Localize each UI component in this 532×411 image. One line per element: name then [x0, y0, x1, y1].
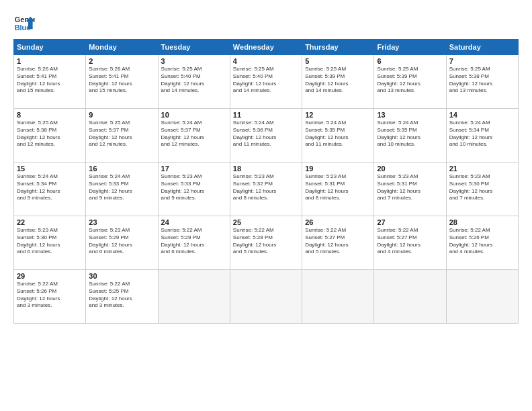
day-number: 6 — [377, 57, 443, 65]
calendar-header-row: Sunday Monday Tuesday Wednesday Thursday… — [14, 40, 519, 55]
day-number: 15 — [17, 165, 83, 173]
day-info: Sunrise: 5:24 AMSunset: 5:35 PMDaylight:… — [305, 120, 371, 148]
day-info: Sunrise: 5:23 AMSunset: 5:29 PMDaylight:… — [89, 227, 154, 256]
header-thursday: Thursday — [302, 40, 374, 55]
calendar-cell: 13Sunrise: 5:24 AMSunset: 5:35 PMDayligh… — [374, 109, 446, 163]
day-info: Sunrise: 5:24 AMSunset: 5:35 PMDaylight:… — [377, 120, 443, 148]
day-number: 14 — [449, 111, 515, 119]
day-number: 25 — [233, 218, 299, 226]
calendar-cell: 28Sunrise: 5:22 AMSunset: 5:26 PMDayligh… — [446, 216, 518, 270]
day-info: Sunrise: 5:22 AMSunset: 5:27 PMDaylight:… — [377, 227, 443, 256]
day-info: Sunrise: 5:22 AMSunset: 5:29 PMDaylight:… — [161, 227, 227, 256]
day-info: Sunrise: 5:22 AMSunset: 5:25 PMDaylight:… — [89, 281, 154, 310]
header-sunday: Sunday — [14, 40, 86, 55]
calendar-cell: 21Sunrise: 5:23 AMSunset: 5:30 PMDayligh… — [446, 163, 518, 216]
day-number: 5 — [305, 57, 371, 65]
day-number: 2 — [89, 57, 154, 65]
header-tuesday: Tuesday — [158, 40, 230, 55]
day-info: Sunrise: 5:23 AMSunset: 5:31 PMDaylight:… — [305, 173, 371, 202]
header-friday: Friday — [374, 40, 446, 55]
calendar-row: 1Sunrise: 5:26 AMSunset: 5:41 PMDaylight… — [14, 55, 519, 109]
calendar-cell: 24Sunrise: 5:22 AMSunset: 5:29 PMDayligh… — [158, 216, 230, 270]
calendar-cell: 11Sunrise: 5:24 AMSunset: 5:36 PMDayligh… — [230, 109, 302, 163]
day-number: 19 — [305, 165, 371, 173]
calendar-cell: 17Sunrise: 5:23 AMSunset: 5:33 PMDayligh… — [158, 163, 230, 216]
day-info: Sunrise: 5:23 AMSunset: 5:33 PMDaylight:… — [161, 173, 227, 202]
day-info: Sunrise: 5:25 AMSunset: 5:38 PMDaylight:… — [449, 66, 515, 95]
day-number: 1 — [17, 57, 83, 65]
day-number: 12 — [305, 111, 371, 119]
logo-icon: General Blue — [13, 12, 35, 34]
day-number: 13 — [377, 111, 443, 119]
calendar-cell: 12Sunrise: 5:24 AMSunset: 5:35 PMDayligh… — [302, 109, 374, 163]
calendar-cell: 6Sunrise: 5:25 AMSunset: 5:39 PMDaylight… — [374, 55, 446, 109]
day-info: Sunrise: 5:22 AMSunset: 5:27 PMDaylight:… — [305, 227, 371, 256]
calendar-cell: 25Sunrise: 5:22 AMSunset: 5:28 PMDayligh… — [230, 216, 302, 270]
calendar-table: Sunday Monday Tuesday Wednesday Thursday… — [13, 39, 519, 324]
day-number: 21 — [449, 165, 515, 173]
header-monday: Monday — [86, 40, 158, 55]
header-saturday: Saturday — [446, 40, 518, 55]
calendar-cell: 5Sunrise: 5:25 AMSunset: 5:39 PMDaylight… — [302, 55, 374, 109]
day-info: Sunrise: 5:25 AMSunset: 5:40 PMDaylight:… — [233, 66, 299, 95]
day-number: 16 — [89, 165, 154, 173]
day-number: 18 — [233, 165, 299, 173]
day-number: 23 — [89, 218, 154, 226]
calendar-cell: 20Sunrise: 5:23 AMSunset: 5:31 PMDayligh… — [374, 163, 446, 216]
calendar-row: 29Sunrise: 5:22 AMSunset: 5:26 PMDayligh… — [14, 270, 519, 324]
calendar-page: General Blue Sunday Monday Tuesday Wedne… — [0, 0, 532, 411]
day-info: Sunrise: 5:23 AMSunset: 5:31 PMDaylight:… — [377, 173, 443, 202]
calendar-cell: 15Sunrise: 5:24 AMSunset: 5:34 PMDayligh… — [14, 163, 86, 216]
calendar-cell: 7Sunrise: 5:25 AMSunset: 5:38 PMDaylight… — [446, 55, 518, 109]
calendar-cell — [302, 270, 374, 324]
day-number: 7 — [449, 57, 515, 65]
calendar-cell: 2Sunrise: 5:26 AMSunset: 5:41 PMDaylight… — [86, 55, 158, 109]
day-number: 26 — [305, 218, 371, 226]
day-info: Sunrise: 5:24 AMSunset: 5:34 PMDaylight:… — [17, 173, 83, 202]
calendar-cell: 23Sunrise: 5:23 AMSunset: 5:29 PMDayligh… — [86, 216, 158, 270]
calendar-cell: 9Sunrise: 5:25 AMSunset: 5:37 PMDaylight… — [86, 109, 158, 163]
calendar-cell — [158, 270, 230, 324]
day-number: 8 — [17, 111, 83, 119]
calendar-cell: 26Sunrise: 5:22 AMSunset: 5:27 PMDayligh… — [302, 216, 374, 270]
day-info: Sunrise: 5:25 AMSunset: 5:39 PMDaylight:… — [305, 66, 371, 95]
header: General Blue — [13, 12, 519, 34]
calendar-cell — [374, 270, 446, 324]
day-number: 22 — [17, 218, 83, 226]
calendar-row: 8Sunrise: 5:25 AMSunset: 5:38 PMDaylight… — [14, 109, 519, 163]
calendar-cell: 14Sunrise: 5:24 AMSunset: 5:34 PMDayligh… — [446, 109, 518, 163]
calendar-cell — [446, 270, 518, 324]
day-info: Sunrise: 5:22 AMSunset: 5:26 PMDaylight:… — [449, 227, 515, 256]
calendar-row: 22Sunrise: 5:23 AMSunset: 5:30 PMDayligh… — [14, 216, 519, 270]
day-info: Sunrise: 5:26 AMSunset: 5:41 PMDaylight:… — [89, 66, 154, 95]
day-info: Sunrise: 5:24 AMSunset: 5:36 PMDaylight:… — [233, 120, 299, 148]
day-number: 27 — [377, 218, 443, 226]
day-info: Sunrise: 5:25 AMSunset: 5:37 PMDaylight:… — [89, 120, 154, 148]
calendar-row: 15Sunrise: 5:24 AMSunset: 5:34 PMDayligh… — [14, 163, 519, 216]
day-info: Sunrise: 5:24 AMSunset: 5:33 PMDaylight:… — [89, 173, 154, 202]
day-info: Sunrise: 5:25 AMSunset: 5:39 PMDaylight:… — [377, 66, 443, 95]
calendar-cell: 8Sunrise: 5:25 AMSunset: 5:38 PMDaylight… — [14, 109, 86, 163]
calendar-cell — [230, 270, 302, 324]
day-info: Sunrise: 5:23 AMSunset: 5:30 PMDaylight:… — [17, 227, 83, 256]
day-info: Sunrise: 5:23 AMSunset: 5:30 PMDaylight:… — [449, 173, 515, 202]
calendar-cell: 1Sunrise: 5:26 AMSunset: 5:41 PMDaylight… — [14, 55, 86, 109]
day-number: 4 — [233, 57, 299, 65]
calendar-cell: 30Sunrise: 5:22 AMSunset: 5:25 PMDayligh… — [86, 270, 158, 324]
day-info: Sunrise: 5:25 AMSunset: 5:40 PMDaylight:… — [161, 66, 227, 95]
day-info: Sunrise: 5:22 AMSunset: 5:26 PMDaylight:… — [17, 281, 83, 310]
day-number: 10 — [161, 111, 227, 119]
calendar-cell: 29Sunrise: 5:22 AMSunset: 5:26 PMDayligh… — [14, 270, 86, 324]
day-number: 20 — [377, 165, 443, 173]
header-wednesday: Wednesday — [230, 40, 302, 55]
calendar-cell: 4Sunrise: 5:25 AMSunset: 5:40 PMDaylight… — [230, 55, 302, 109]
day-info: Sunrise: 5:26 AMSunset: 5:41 PMDaylight:… — [17, 66, 83, 95]
day-number: 30 — [89, 272, 154, 280]
day-number: 9 — [89, 111, 154, 119]
calendar-cell: 19Sunrise: 5:23 AMSunset: 5:31 PMDayligh… — [302, 163, 374, 216]
svg-text:Blue: Blue — [15, 24, 31, 32]
logo: General Blue — [13, 12, 35, 34]
day-number: 3 — [161, 57, 227, 65]
calendar-cell: 22Sunrise: 5:23 AMSunset: 5:30 PMDayligh… — [14, 216, 86, 270]
day-number: 28 — [449, 218, 515, 226]
